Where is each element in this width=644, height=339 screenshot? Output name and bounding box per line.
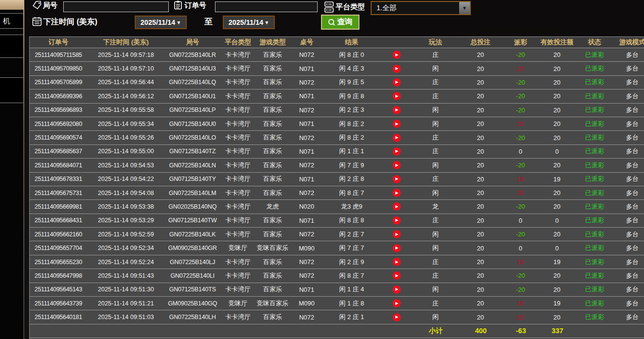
play-video-button[interactable]: ▶ xyxy=(393,230,401,238)
valid-bet: 20 xyxy=(537,104,576,117)
round-id-label: 局号 xyxy=(43,1,57,10)
table-row: 2511140956479982025-11-14 09:51:43GN0722… xyxy=(30,268,644,282)
sidebar-item[interactable] xyxy=(0,77,23,103)
order-number-input[interactable] xyxy=(215,1,318,12)
total-bet: 20 xyxy=(457,186,503,199)
result: 闲 8 庄 2 xyxy=(324,117,380,130)
bet-time: 2025-11-14 09:52:24 xyxy=(87,255,165,268)
table-number: N071 xyxy=(290,173,324,186)
play-video-button[interactable]: ▶ xyxy=(393,65,401,73)
game-type: 百家乐 xyxy=(256,283,290,296)
left-sidebar: 机 xyxy=(0,0,24,339)
play-video-button[interactable]: ▶ xyxy=(393,285,401,294)
play-video-button[interactable]: ▶ xyxy=(393,120,401,128)
sidebar-item-machine[interactable]: 机 xyxy=(0,13,23,29)
play-video-button[interactable]: ▶ xyxy=(393,258,401,266)
status: 已派彩 xyxy=(576,62,613,75)
total-bet: 20 xyxy=(457,228,503,241)
round-id-input[interactable] xyxy=(63,1,169,12)
total-bet: 20 xyxy=(457,310,503,323)
play-video-button[interactable]: ▶ xyxy=(393,271,401,280)
bet-time: 2025-11-14 09:55:58 xyxy=(87,104,165,117)
play-video-button[interactable]: ▶ xyxy=(393,244,401,252)
date-from-picker[interactable]: 2025/11/14 ▼ xyxy=(135,16,187,29)
play-video-button[interactable]: ▶ xyxy=(393,106,401,114)
play-video-button[interactable]: ▶ xyxy=(393,161,401,169)
platform-type: 卡卡湾厅 xyxy=(220,145,256,158)
valid-bet: 19 xyxy=(537,173,576,186)
play-video-button[interactable]: ▶ xyxy=(393,147,401,156)
sidebar-item[interactable] xyxy=(0,35,23,58)
play-video-button[interactable]: ▶ xyxy=(393,175,401,183)
platform-type: 卡卡湾厅 xyxy=(220,48,256,61)
platform-type: 卡卡湾厅 xyxy=(220,104,256,117)
date-to-picker[interactable]: 2025/11/14 ▼ xyxy=(223,16,275,29)
status: 已派彩 xyxy=(576,104,613,117)
round-id: GM09025B140GQ xyxy=(165,297,220,310)
header-play xyxy=(379,37,413,48)
status: 已派彩 xyxy=(576,186,613,199)
table-row: 2511140956757312025-11-14 09:54:08GN0722… xyxy=(30,186,644,199)
platform-type: 卡卡湾厅 xyxy=(220,214,256,227)
table-row: 2511140956552302025-11-14 09:52:24GN0722… xyxy=(30,255,644,268)
bet-time: 2025-11-14 09:51:43 xyxy=(87,269,165,282)
table-row: 2511140956621602025-11-14 09:52:59GN0722… xyxy=(30,227,644,241)
table-number: N072 xyxy=(290,186,324,199)
game-type: 百家乐 xyxy=(256,117,290,130)
table-number: N072 xyxy=(290,255,324,268)
total-bet: 20 xyxy=(457,89,503,103)
play-video-button[interactable]: ▶ xyxy=(393,78,401,87)
play-video-button[interactable]: ▶ xyxy=(393,313,401,321)
table-number: N072 xyxy=(290,76,324,89)
bet-side: 龙 xyxy=(413,200,457,213)
bet-side: 闲 xyxy=(413,310,457,323)
result-cell: ▶ xyxy=(379,159,413,172)
search-button[interactable]: 查询 xyxy=(321,15,359,30)
valid-bet: 20 xyxy=(537,117,576,130)
valid-bet: 20 xyxy=(537,89,576,103)
game-mode: 多台 xyxy=(613,214,644,227)
calendar-icon xyxy=(32,17,42,26)
play-video-button[interactable]: ▶ xyxy=(393,189,401,197)
status: 已派彩 xyxy=(576,131,613,144)
status: 已派彩 xyxy=(576,228,613,241)
bet-time: 2025-11-14 09:51:21 xyxy=(87,297,165,310)
sidebar-item-label: 机 xyxy=(0,14,23,28)
play-video-button[interactable]: ▶ xyxy=(393,92,401,100)
play-video-button[interactable]: ▶ xyxy=(393,299,401,307)
play-video-button[interactable]: ▶ xyxy=(393,51,401,59)
game-type: 百家乐 xyxy=(256,159,290,172)
game-type: 百家乐 xyxy=(256,76,290,89)
header-result: 结果 xyxy=(324,37,380,48)
table-number: N071 xyxy=(290,214,324,227)
round-id: GN07225B140LR xyxy=(165,48,220,61)
valid-bet: 20 xyxy=(537,186,576,199)
play-icon: ▶ xyxy=(395,136,398,140)
payout: -20 xyxy=(503,228,537,241)
result: 闲 1 庄 1 xyxy=(324,145,380,158)
play-icon: ▶ xyxy=(395,53,398,57)
game-mode: 多台 xyxy=(613,48,644,61)
game-type: 百家乐 xyxy=(256,255,290,268)
game-mode: 多台 xyxy=(613,131,644,144)
payout: -20 xyxy=(503,89,537,103)
platform-type-select[interactable]: 1.全部 ▼ xyxy=(371,1,471,15)
play-video-button[interactable]: ▶ xyxy=(393,134,401,142)
table-row: 2511140956437392025-11-14 09:51:21GM0902… xyxy=(30,296,644,310)
table-body: 2511140957115852025-11-14 09:57:18GN0722… xyxy=(30,48,644,324)
payout: 0 xyxy=(503,241,537,254)
play-video-button[interactable]: ▶ xyxy=(393,216,401,225)
bet-side: 庄 xyxy=(413,48,457,61)
valid-bet: 20 xyxy=(537,76,576,89)
payout: -20 xyxy=(503,104,537,117)
order-number: 251114095678331 xyxy=(30,173,87,186)
play-icon: ▶ xyxy=(395,274,398,278)
bet-time: 2025-11-14 09:55:00 xyxy=(87,145,165,158)
total-bet: 20 xyxy=(457,173,503,186)
table-row: 2511140956905742025-11-14 09:55:26GN0722… xyxy=(30,130,644,144)
bet-time: 2025-11-14 09:57:18 xyxy=(87,48,165,61)
bet-time-label: 下注时间 (美东) xyxy=(43,18,97,26)
payout: -20 xyxy=(503,48,537,61)
play-video-button[interactable]: ▶ xyxy=(393,202,401,211)
valid-bet: 20 xyxy=(537,200,576,213)
